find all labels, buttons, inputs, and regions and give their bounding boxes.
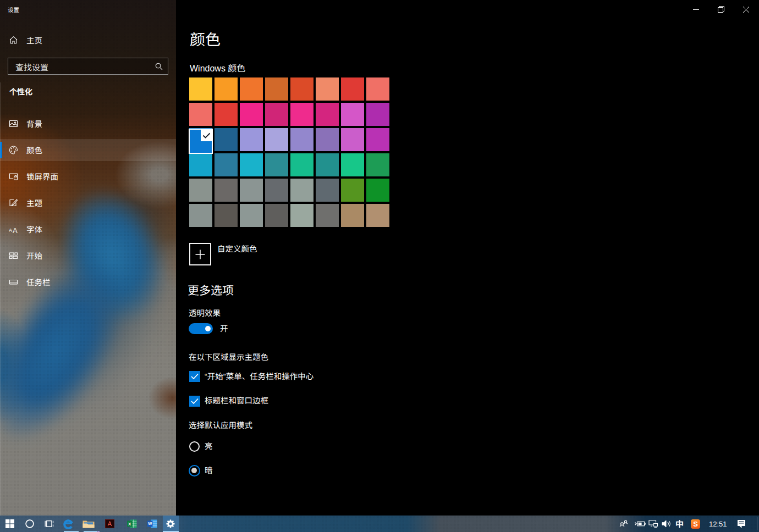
svg-text:A: A — [13, 226, 18, 234]
svg-text:A: A — [9, 228, 12, 233]
svg-text:W: W — [148, 521, 152, 526]
svg-text:X: X — [128, 522, 131, 527]
